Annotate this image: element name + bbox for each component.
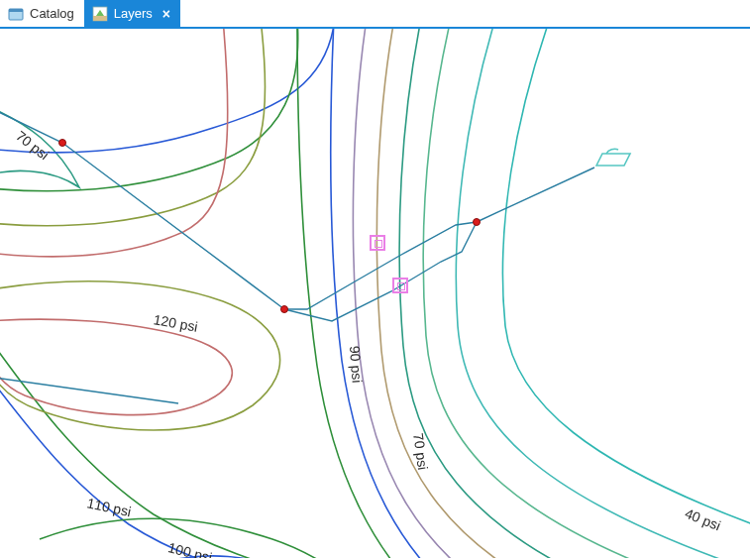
- contour-40: [502, 29, 750, 524]
- pump-icon[interactable]: [370, 235, 385, 251]
- contour-50: [456, 29, 733, 558]
- tank-icon: [596, 149, 630, 166]
- tab-bar: Catalog Layers ×: [0, 0, 750, 29]
- pump-icon[interactable]: [392, 278, 408, 293]
- svg-rect-4: [93, 16, 107, 21]
- map-canvas[interactable]: 70 psi 120 psi 90 psi 70 psi 110 psi 100…: [0, 29, 750, 558]
- tab-label: Layers: [114, 6, 153, 21]
- contour-110-lower: [0, 326, 376, 558]
- layers-icon: [92, 6, 108, 22]
- contour-110-right: [297, 29, 456, 558]
- svg-rect-1: [9, 9, 23, 12]
- pipe-network: [0, 103, 594, 403]
- junction-node[interactable]: [473, 218, 481, 226]
- contour-90: [353, 29, 535, 558]
- map-svg: [0, 29, 750, 558]
- tab-layers[interactable]: Layers ×: [84, 0, 180, 27]
- contour-100-bottom: [129, 556, 327, 558]
- contour-label: 90 psi: [347, 345, 366, 383]
- tab-catalog[interactable]: Catalog: [0, 0, 84, 27]
- contour-100-outer: [0, 29, 335, 153]
- junction-node[interactable]: [280, 305, 288, 313]
- contour-110-outer: [0, 29, 298, 191]
- tab-label: Catalog: [30, 6, 74, 21]
- catalog-icon: [8, 6, 24, 22]
- contour-100-lower: [0, 366, 357, 558]
- close-icon[interactable]: ×: [162, 7, 170, 21]
- junction-node[interactable]: [58, 139, 66, 147]
- contour-60: [423, 29, 694, 558]
